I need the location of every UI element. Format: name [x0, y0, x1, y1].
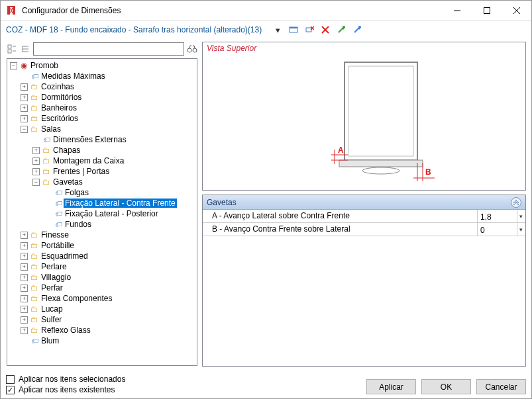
folder-icon: 🗀: [29, 263, 40, 271]
tree-item[interactable]: Flexa Componentes: [40, 294, 112, 303]
svg-rect-27: [339, 160, 423, 167]
tree-item[interactable]: Finesse: [40, 230, 69, 240]
folder-icon: 🗀: [41, 146, 52, 154]
folder-icon: 🗀: [29, 125, 40, 133]
svg-rect-15: [8, 45, 11, 48]
collapse-icon[interactable]: [511, 197, 521, 208]
tree-item[interactable]: Medidas Máximas: [40, 71, 105, 81]
tree-item[interactable]: Fundos: [64, 220, 91, 229]
property-name: A - Avanço Lateral sobre Contra Frente: [203, 210, 478, 222]
maximize-button[interactable]: [472, 1, 502, 21]
tree-item[interactable]: Folgas: [64, 188, 89, 197]
pin-green-icon[interactable]: [336, 24, 346, 35]
tree-item[interactable]: Escritórios: [40, 114, 78, 123]
tree-collapse-icon[interactable]: [7, 44, 17, 54]
tree-item[interactable]: Chapas: [52, 146, 80, 155]
folder-icon: 🗀: [41, 178, 52, 186]
title-bar: Configurador de Dimensões: [1, 1, 531, 21]
tree-item[interactable]: Dormitórios: [40, 93, 81, 102]
folder-icon: 🗀: [29, 93, 40, 101]
dropdown-arrow-icon[interactable]: ▾: [272, 24, 283, 35]
folder-icon: 🗀: [41, 157, 52, 165]
tree-item[interactable]: Fixação Lateral - Posterior: [64, 209, 158, 218]
checkbox-icon[interactable]: ✓: [6, 386, 15, 394]
tree-item[interactable]: Perfar: [40, 283, 63, 292]
svg-rect-7: [290, 27, 297, 28]
folder-icon: 🗀: [29, 231, 40, 239]
preview-title: Vista Superior: [207, 44, 256, 53]
tree-view[interactable]: − ◉ Promob 🏷 Medidas Máximas + 🗀 Cozinha…: [7, 58, 197, 366]
property-value-input[interactable]: [478, 223, 517, 236]
search-input[interactable]: [33, 42, 184, 56]
ok-button[interactable]: OK: [421, 379, 471, 394]
svg-rect-16: [8, 50, 11, 53]
svg-point-13: [343, 26, 345, 28]
tree-item[interactable]: Frentes | Portas: [52, 167, 109, 176]
svg-rect-25: [345, 62, 417, 160]
tree-item[interactable]: Montagem da Caixa: [52, 156, 124, 165]
svg-point-23: [187, 48, 191, 52]
checkbox-label: Aplicar nos itens existentes: [19, 385, 115, 394]
binoculars-icon[interactable]: [187, 44, 197, 54]
tag-icon: 🏷: [53, 221, 64, 228]
tree-root[interactable]: Promob: [29, 61, 58, 70]
expand-toggle[interactable]: −: [10, 62, 17, 69]
property-row: A - Avanço Lateral sobre Contra Frente ▾: [203, 210, 525, 223]
window-title: Configurador de Dimensões: [22, 6, 121, 15]
properties-header[interactable]: Gavetas: [203, 195, 525, 210]
dropdown-arrow-icon[interactable]: ▾: [517, 210, 525, 222]
tree-item[interactable]: Sulfer: [40, 315, 62, 324]
tree-item-selected: 🏷 Fixação Lateral - Contra Frente: [7, 198, 197, 208]
apply-button[interactable]: Aplicar: [366, 379, 416, 394]
app-icon: [6, 5, 17, 16]
tag-icon: 🏷: [41, 136, 52, 144]
property-row: B - Avanço Contra Frente sobre Lateral ▾: [203, 223, 525, 236]
checkbox-icon[interactable]: [6, 375, 15, 384]
expand-toggle[interactable]: +: [21, 83, 28, 91]
minimize-button[interactable]: [442, 1, 472, 21]
pin-blue-icon[interactable]: [352, 24, 362, 35]
preview-pane: Vista Superior A: [202, 42, 526, 191]
tree-item[interactable]: Banheiros: [40, 103, 77, 112]
box-icon[interactable]: [288, 24, 299, 35]
config-path[interactable]: COZ - MDF 18 - Fundo encaixado - Sarrafo…: [6, 25, 262, 34]
svg-text:A: A: [338, 146, 344, 155]
top-view-drawing: A B: [278, 57, 451, 189]
folder-icon: 🗀: [29, 294, 40, 302]
properties-panel: Gavetas A - Avanço Lateral sobre Contra …: [202, 195, 526, 367]
property-value-input[interactable]: [478, 210, 517, 222]
tree-item[interactable]: Esquadrimed: [40, 251, 88, 261]
tree-item[interactable]: Salas: [40, 124, 61, 134]
tree-item[interactable]: Reflexo Glass: [40, 326, 91, 335]
folder-icon: 🗀: [29, 326, 40, 334]
tag-icon: 🏷: [29, 337, 40, 345]
tree-item[interactable]: Portábille: [40, 241, 74, 250]
tag-icon: 🏷: [53, 189, 64, 197]
tree-item[interactable]: Cozinhas: [40, 82, 74, 91]
folder-icon: 🗀: [29, 284, 40, 292]
tree-item[interactable]: Lucap: [40, 304, 63, 314]
properties-title: Gavetas: [207, 198, 237, 207]
tag-icon: 🏷: [53, 200, 64, 207]
tree-item[interactable]: Villaggio: [40, 273, 71, 282]
cancel-button[interactable]: Cancelar: [476, 379, 526, 394]
folder-icon: 🗀: [29, 114, 40, 122]
remove-box-icon[interactable]: [304, 24, 315, 35]
svg-rect-8: [306, 28, 311, 32]
property-name: B - Avanço Contra Frente sobre Lateral: [203, 223, 478, 236]
dropdown-arrow-icon[interactable]: ▾: [517, 223, 525, 236]
tree-list-icon[interactable]: [20, 44, 30, 54]
delete-x-icon[interactable]: [320, 24, 331, 35]
tree-item[interactable]: Dimensões Externas: [52, 135, 127, 144]
svg-rect-1: [13, 7, 15, 15]
folder-icon: 🗀: [41, 167, 52, 175]
globe-icon: ◉: [19, 62, 29, 69]
svg-rect-3: [484, 7, 490, 13]
svg-point-28: [362, 167, 399, 174]
tree-item[interactable]: Blum: [40, 336, 59, 345]
tree-item[interactable]: Gavetas: [52, 177, 83, 187]
close-button[interactable]: [502, 1, 531, 21]
tag-icon: 🏷: [53, 210, 64, 218]
tree-item[interactable]: Perlare: [40, 262, 67, 271]
left-panel: − ◉ Promob 🏷 Medidas Máximas + 🗀 Cozinha…: [6, 42, 198, 367]
